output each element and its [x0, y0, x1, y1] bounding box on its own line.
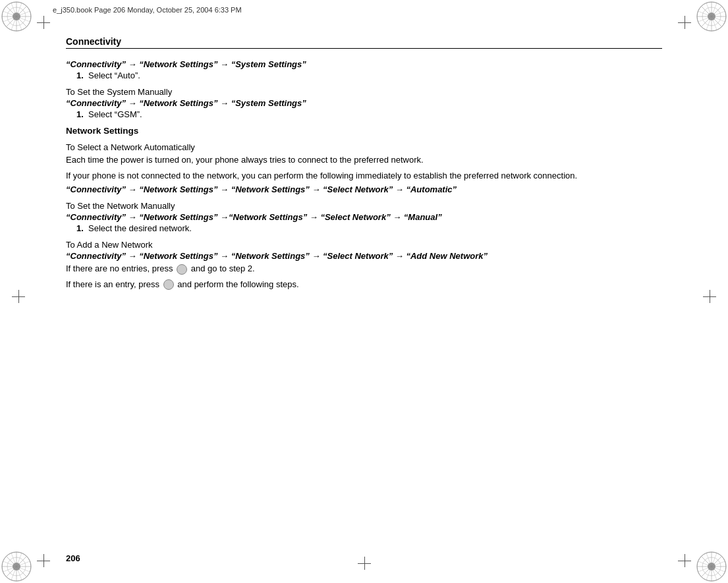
page-container: e_j350.book Page 206 Monday, October 25,…	[0, 0, 728, 583]
nav-path-add: “Connectivity” → “Network Settings” → “N…	[66, 251, 662, 261]
crosshair-center-bot	[358, 557, 371, 570]
nav-path-1: “Connectivity” → “Network Settings” → “S…	[66, 59, 662, 69]
section-title: Connectivity	[66, 36, 662, 47]
block-manual-network: To Set the Network Manually “Connectivit…	[66, 201, 662, 233]
block-system-manually: To Set the System Manually “Connectivity…	[66, 87, 662, 119]
nav-path-manual: “Connectivity” → “Network Settings” →“Ne…	[66, 212, 662, 222]
section-divider	[66, 48, 662, 49]
crosshair-bot-left	[37, 554, 50, 567]
circle-button-2	[163, 279, 174, 290]
sub-label-system-manually: To Set the System Manually	[66, 87, 662, 97]
sub-label-add: To Add a New Network	[66, 240, 662, 250]
text-auto-1: Each time the power is turned on, your p…	[66, 153, 662, 167]
page-number: 206	[66, 553, 80, 563]
header-bar: e_j350.book Page 206 Monday, October 25,…	[0, 0, 728, 20]
crosshair-mid-right	[703, 290, 716, 303]
sub-label-manual: To Set the Network Manually	[66, 201, 662, 211]
step-1a: 1. Select “Auto”.	[66, 70, 662, 80]
text-has-entry: If there is an entry, press and perform …	[66, 278, 662, 291]
sub-label-auto: To Select a Network Automatically	[66, 142, 662, 152]
crosshair-bot-right	[678, 554, 691, 567]
nav-path-auto: “Connectivity” → “Network Settings” → “N…	[66, 184, 662, 194]
header-text: e_j350.book Page 206 Monday, October 25,…	[53, 6, 242, 14]
main-content: Connectivity “Connectivity” → “Network S…	[66, 36, 662, 543]
nav-path-2: “Connectivity” → “Network Settings” → “S…	[66, 98, 662, 108]
block-network-settings: Network Settings	[66, 126, 662, 136]
text-no-entries: If there are no entries, press and go to…	[66, 262, 662, 275]
corner-decoration-bl	[1, 551, 32, 582]
block-0: “Connectivity” → “Network Settings” → “S…	[66, 59, 662, 80]
step-desired-network: 1. Select the desired network.	[66, 223, 662, 233]
subsection-heading-network: Network Settings	[66, 126, 662, 136]
circle-button-1	[177, 264, 187, 275]
text-auto-2: If your phone is not connected to the ne…	[66, 169, 662, 182]
corner-decoration-br	[696, 551, 727, 582]
step-gsm: 1. Select “GSM”.	[66, 109, 662, 119]
crosshair-mid-left	[12, 290, 25, 303]
block-auto-network: To Select a Network Automatically Each t…	[66, 142, 662, 194]
block-add-network: To Add a New Network “Connectivity” → “N…	[66, 240, 662, 291]
